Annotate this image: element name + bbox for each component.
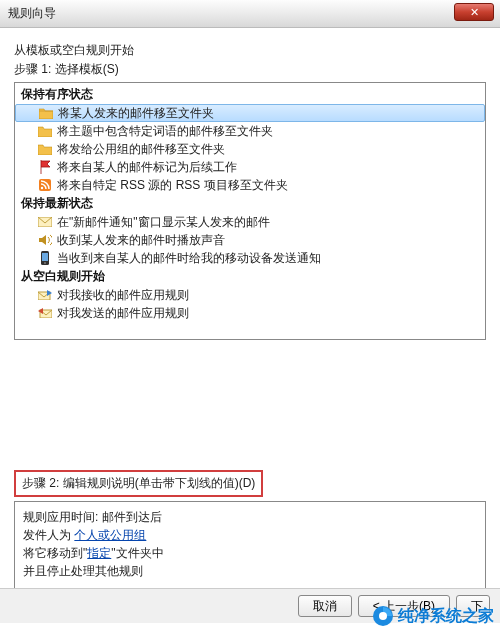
list-item-rss[interactable]: 将来自特定 RSS 源的 RSS 项目移至文件夹 bbox=[15, 176, 485, 194]
step2-highlight: 步骤 2: 编辑规则说明(单击带下划线的值)(D) bbox=[14, 470, 263, 497]
desc-line4: 并且停止处理其他规则 bbox=[23, 562, 477, 580]
desc-line3: 将它移动到"指定"文件夹中 bbox=[23, 544, 477, 562]
list-item-label: 对我接收的邮件应用规则 bbox=[57, 287, 189, 304]
list-item-move-from-person[interactable]: 将某人发来的邮件移至文件夹 bbox=[15, 104, 485, 122]
list-item-label: 在"新邮件通知"窗口显示某人发来的邮件 bbox=[57, 214, 270, 231]
mail-alert-icon bbox=[37, 215, 53, 229]
close-icon: ✕ bbox=[470, 6, 479, 19]
cancel-button[interactable]: 取消 bbox=[298, 595, 352, 617]
svg-point-5 bbox=[44, 262, 46, 264]
link-folder[interactable]: 指定 bbox=[87, 546, 111, 560]
list-item-move-subject[interactable]: 将主题中包含特定词语的邮件移至文件夹 bbox=[15, 122, 485, 140]
link-sender[interactable]: 个人或公用组 bbox=[74, 528, 146, 542]
desc-line1: 规则应用时间: 邮件到达后 bbox=[23, 508, 477, 526]
folder-icon bbox=[37, 142, 53, 156]
group-header-ordered: 保持有序状态 bbox=[15, 85, 485, 104]
svg-point-1 bbox=[41, 187, 43, 189]
button-row: 取消 < 上一步(B) 下 bbox=[0, 588, 500, 623]
list-item-label: 收到某人发来的邮件时播放声音 bbox=[57, 232, 225, 249]
folder-icon bbox=[38, 106, 54, 120]
sound-icon bbox=[37, 233, 53, 247]
step1-label: 步骤 1: 选择模板(S) bbox=[14, 61, 486, 78]
rule-description-box: 规则应用时间: 邮件到达后 发件人为 个人或公用组 将它移动到"指定"文件夹中 … bbox=[14, 501, 486, 601]
list-item-label: 当收到来自某人的邮件时给我的移动设备发送通知 bbox=[57, 250, 321, 267]
list-item-move-group[interactable]: 将发给公用组的邮件移至文件夹 bbox=[15, 140, 485, 158]
rss-icon bbox=[37, 178, 53, 192]
group-header-uptodate: 保持最新状态 bbox=[15, 194, 485, 213]
desc-line2: 发件人为 个人或公用组 bbox=[23, 526, 477, 544]
svg-rect-4 bbox=[42, 253, 48, 261]
envelope-out-icon bbox=[37, 306, 53, 320]
folder-icon bbox=[37, 124, 53, 138]
subtitle: 从模板或空白规则开始 bbox=[14, 42, 486, 59]
list-item-label: 将发给公用组的邮件移至文件夹 bbox=[57, 141, 225, 158]
next-button[interactable]: 下 bbox=[456, 595, 490, 617]
list-item-label: 将来自特定 RSS 源的 RSS 项目移至文件夹 bbox=[57, 177, 288, 194]
template-listbox[interactable]: 保持有序状态 将某人发来的邮件移至文件夹 将主题中包含特定词语的邮件移至文件夹 … bbox=[14, 82, 486, 340]
mobile-icon bbox=[37, 251, 53, 265]
list-item-outgoing[interactable]: 对我发送的邮件应用规则 bbox=[15, 304, 485, 322]
flag-icon bbox=[37, 160, 53, 174]
list-item-mobile[interactable]: 当收到来自某人的邮件时给我的移动设备发送通知 bbox=[15, 249, 485, 267]
window-title: 规则向导 bbox=[8, 5, 56, 22]
titlebar: 规则向导 ✕ bbox=[0, 0, 500, 28]
list-item-label: 将主题中包含特定词语的邮件移至文件夹 bbox=[57, 123, 273, 140]
list-item-flag[interactable]: 将来自某人的邮件标记为后续工作 bbox=[15, 158, 485, 176]
envelope-in-icon bbox=[37, 288, 53, 302]
list-item-label: 将某人发来的邮件移至文件夹 bbox=[58, 105, 214, 122]
close-button[interactable]: ✕ bbox=[454, 3, 494, 21]
step2-label: 步骤 2: 编辑规则说明(单击带下划线的值)(D) bbox=[22, 476, 255, 490]
list-item-label: 对我发送的邮件应用规则 bbox=[57, 305, 189, 322]
group-header-blank: 从空白规则开始 bbox=[15, 267, 485, 286]
list-item-incoming[interactable]: 对我接收的邮件应用规则 bbox=[15, 286, 485, 304]
content-area: 从模板或空白规则开始 步骤 1: 选择模板(S) 保持有序状态 将某人发来的邮件… bbox=[0, 28, 500, 611]
back-button[interactable]: < 上一步(B) bbox=[358, 595, 450, 617]
list-item-label: 将来自某人的邮件标记为后续工作 bbox=[57, 159, 237, 176]
list-item-alert[interactable]: 在"新邮件通知"窗口显示某人发来的邮件 bbox=[15, 213, 485, 231]
list-item-sound[interactable]: 收到某人发来的邮件时播放声音 bbox=[15, 231, 485, 249]
